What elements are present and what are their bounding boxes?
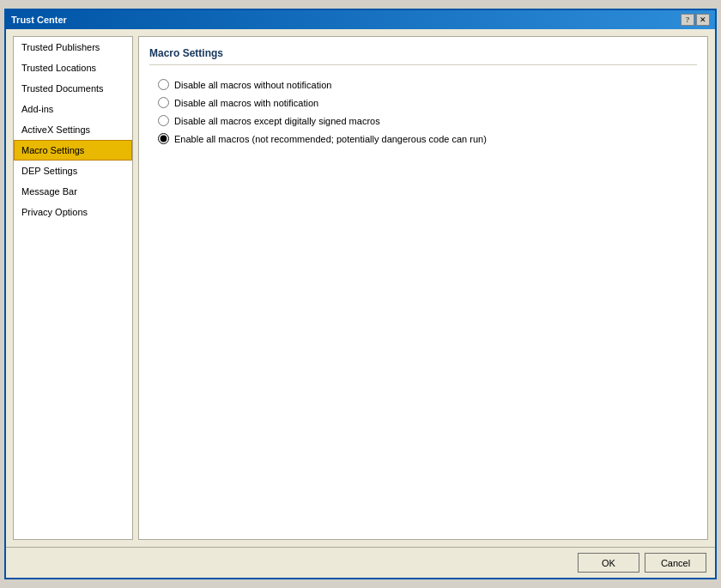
content-area: Macro Settings Disable all macros withou… — [138, 36, 708, 540]
sidebar-item-add-ins[interactable]: Add-ins — [14, 99, 132, 119]
ok-button[interactable]: OK — [578, 553, 639, 573]
radio-label-enable-all: Enable all macros (not recommended; pote… — [174, 134, 487, 144]
radio-item-disable-except-signed[interactable]: Disable all macros except digitally sign… — [158, 115, 697, 126]
radio-enable-all[interactable] — [158, 133, 169, 144]
radio-disable-except-signed[interactable] — [158, 115, 169, 126]
help-button[interactable]: ? — [681, 14, 694, 26]
sidebar-item-privacy-options[interactable]: Privacy Options — [14, 202, 132, 222]
macro-radio-group: Disable all macros without notificationD… — [149, 76, 697, 144]
cancel-button[interactable]: Cancel — [645, 553, 706, 573]
sidebar-item-trusted-locations[interactable]: Trusted Locations — [14, 58, 132, 78]
sidebar-item-activex-settings[interactable]: ActiveX Settings — [14, 119, 132, 140]
sidebar-item-message-bar[interactable]: Message Bar — [14, 181, 132, 202]
radio-label-disable-except-signed: Disable all macros except digitally sign… — [174, 116, 380, 126]
close-button[interactable]: ✕ — [696, 14, 710, 26]
sidebar-item-trusted-publishers[interactable]: Trusted Publishers — [14, 37, 132, 58]
radio-label-disable-no-notify: Disable all macros without notification — [174, 80, 331, 90]
sidebar-item-macro-settings[interactable]: Macro Settings — [14, 140, 132, 161]
content-title: Macro Settings — [149, 47, 697, 65]
sidebar-item-trusted-documents[interactable]: Trusted Documents — [14, 78, 132, 99]
trust-center-dialog: Trust Center ? ✕ Trusted PublishersTrust… — [4, 9, 717, 579]
title-bar-buttons: ? ✕ — [681, 14, 710, 26]
radio-disable-with-notify[interactable] — [158, 97, 169, 108]
dialog-body: Trusted PublishersTrusted LocationsTrust… — [6, 29, 715, 547]
sidebar-item-dep-settings[interactable]: DEP Settings — [14, 161, 132, 181]
title-bar: Trust Center ? ✕ — [6, 10, 715, 29]
radio-disable-no-notify[interactable] — [158, 79, 169, 90]
radio-item-enable-all[interactable]: Enable all macros (not recommended; pote… — [158, 133, 697, 144]
radio-item-disable-with-notify[interactable]: Disable all macros with notification — [158, 97, 697, 108]
dialog-footer: OK Cancel — [6, 547, 715, 578]
radio-label-disable-with-notify: Disable all macros with notification — [174, 98, 318, 108]
dialog-title: Trust Center — [11, 15, 67, 25]
radio-item-disable-no-notify[interactable]: Disable all macros without notification — [158, 79, 697, 90]
sidebar: Trusted PublishersTrusted LocationsTrust… — [13, 36, 133, 540]
